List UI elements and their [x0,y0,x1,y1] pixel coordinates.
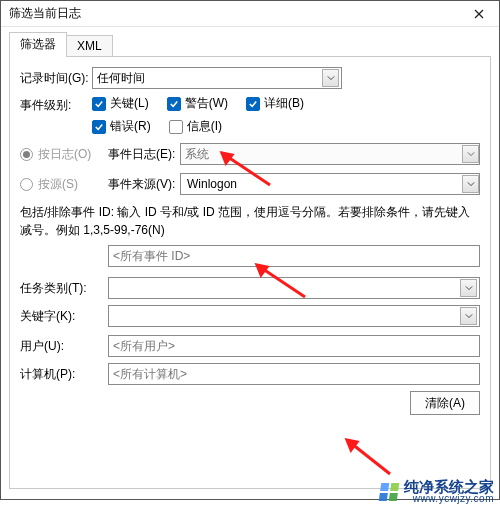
user-input[interactable]: <所有用户> [108,335,480,357]
row-event-id: <所有事件 ID> [108,245,480,267]
radio-icon [20,148,33,161]
clear-button[interactable]: 清除(A) [410,391,480,415]
svg-line-4 [347,440,390,474]
level-warning-label: 警告(W) [185,95,228,112]
computer-placeholder: <所有计算机> [113,366,477,383]
tab-strip: 筛选器 XML [9,35,491,57]
by-source-label: 按源(S) [38,176,78,193]
client-area: 筛选器 XML 记录时间(G): 任何时间 事件级别: [1,27,499,497]
tab-panel-filter: 记录时间(G): 任何时间 事件级别: 关键 [9,57,491,489]
row-computer: 计算机(P): <所有计算机> [20,363,480,385]
chevron-down-icon [462,175,479,193]
check-icon [92,120,106,134]
event-id-explain: 包括/排除事件 ID: 输入 ID 号和/或 ID 范围，使用逗号分隔。若要排除… [20,203,480,239]
row-event-level: 事件级别: 关键(L) 警告(W) 详细(B) [20,97,480,135]
computer-label: 计算机(P): [20,366,108,383]
row-by-log: 按日志(O) 事件日志(E): 系统 [20,143,480,165]
row-task-category: 任务类别(T): [20,277,480,299]
chevron-down-icon [460,279,477,297]
by-log-radio[interactable]: 按日志(O) [20,146,108,163]
keywords-combo[interactable] [108,305,480,327]
by-log-label: 按日志(O) [38,146,91,163]
event-id-placeholder: <所有事件 ID> [113,248,477,265]
chevron-down-icon [460,307,477,325]
window-title: 筛选当前日志 [9,5,81,22]
tab-filter[interactable]: 筛选器 [9,32,67,57]
event-level-label: 事件级别: [20,97,92,114]
level-warning-checkbox[interactable]: 警告(W) [167,95,228,112]
event-source-label: 事件来源(V): [108,176,180,193]
event-log-label: 事件日志(E): [108,146,180,163]
logged-time-value: 任何时间 [97,70,322,87]
level-verbose-label: 详细(B) [264,95,304,112]
task-category-label: 任务类别(T): [20,280,108,297]
logo-icon [379,483,400,501]
radio-icon [20,178,33,191]
arrow-annotation-icon [335,432,405,485]
event-source-combo[interactable] [180,173,480,195]
task-category-combo[interactable] [108,277,480,299]
level-critical-label: 关键(L) [110,95,149,112]
row-keywords: 关键字(K): [20,305,480,327]
level-critical-checkbox[interactable]: 关键(L) [92,95,149,112]
user-placeholder: <所有用户> [113,338,477,355]
check-icon [169,120,183,134]
event-log-value: 系统 [185,146,462,163]
logged-time-label: 记录时间(G): [20,70,92,87]
titlebar: 筛选当前日志 [1,1,499,27]
check-icon [246,97,260,111]
event-source-input[interactable] [185,176,245,192]
logged-time-combo[interactable]: 任何时间 [92,67,342,89]
check-icon [167,97,181,111]
close-button[interactable] [465,4,493,24]
level-info-checkbox[interactable]: 信息(I) [169,118,222,135]
level-info-label: 信息(I) [187,118,222,135]
tab-xml[interactable]: XML [66,35,113,56]
filter-dialog: 筛选当前日志 筛选器 XML 记录时间(G): 任何时间 [0,0,500,500]
watermark-url: www.ycwjzy.com [413,494,494,504]
row-buttons: 清除(A) [20,391,480,415]
event-id-input[interactable]: <所有事件 ID> [108,245,480,267]
watermark: 纯净系统之家 www.ycwjzy.com [380,479,494,504]
event-log-combo[interactable]: 系统 [180,143,480,165]
computer-input[interactable]: <所有计算机> [108,363,480,385]
row-by-source: 按源(S) 事件来源(V): [20,173,480,195]
row-user: 用户(U): <所有用户> [20,335,480,357]
user-label: 用户(U): [20,338,108,355]
chevron-down-icon [322,69,339,87]
level-error-label: 错误(R) [110,118,151,135]
keywords-label: 关键字(K): [20,308,108,325]
level-error-checkbox[interactable]: 错误(R) [92,118,151,135]
chevron-down-icon [462,145,479,163]
check-icon [92,97,106,111]
level-verbose-checkbox[interactable]: 详细(B) [246,95,304,112]
by-source-radio[interactable]: 按源(S) [20,176,108,193]
row-logged-time: 记录时间(G): 任何时间 [20,67,480,89]
watermark-brand: 纯净系统之家 [404,479,494,494]
